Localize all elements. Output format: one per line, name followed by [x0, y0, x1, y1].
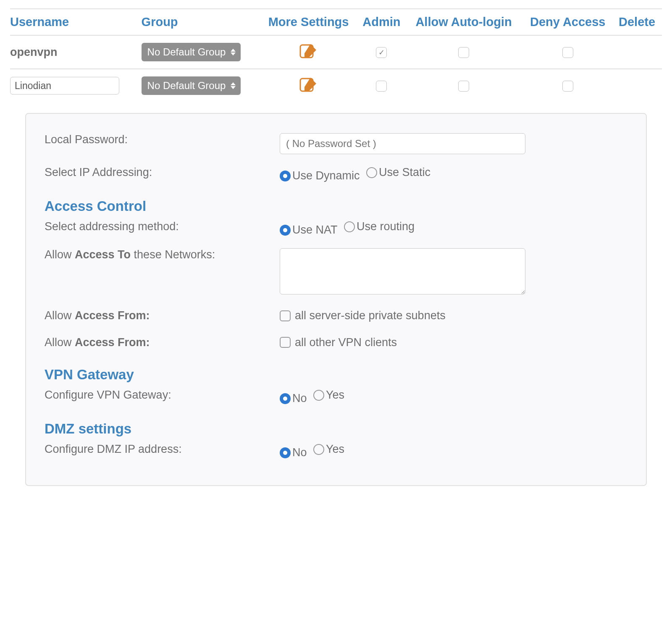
checkbox-icon: [280, 337, 291, 348]
access-from-subnets-label: Allow Access From:: [45, 309, 280, 322]
radio-selected-icon: [280, 393, 291, 404]
access-from-clients-checkbox[interactable]: all other VPN clients: [280, 336, 397, 349]
group-select[interactable]: No Default Group: [142, 43, 241, 61]
deny-access-checkbox[interactable]: [562, 47, 573, 58]
ip-static-radio[interactable]: Use Static: [366, 166, 430, 179]
vpn-gateway-yes-radio[interactable]: Yes: [313, 389, 344, 402]
vpn-gateway-heading: VPN Gateway: [45, 357, 627, 383]
group-select-label: No Default Group: [147, 46, 226, 58]
radio-unselected-icon: [313, 390, 324, 401]
group-select-label: No Default Group: [147, 80, 226, 92]
radio-selected-icon: [280, 447, 291, 458]
updown-caret-icon: [231, 49, 236, 55]
dmz-no-radio[interactable]: No: [280, 446, 307, 459]
edit-icon[interactable]: [299, 42, 319, 59]
local-password-label: Local Password:: [45, 133, 280, 146]
access-from-subnets-checkbox[interactable]: all server-side private subnets: [280, 309, 446, 322]
radio-unselected-icon: [366, 167, 377, 178]
users-table: Username Group More Settings Admin Allow…: [10, 8, 662, 102]
col-more-settings: More Settings: [261, 9, 359, 35]
access-to-networks-textarea[interactable]: [280, 248, 525, 294]
radio-selected-icon: [280, 225, 291, 236]
ip-dynamic-radio[interactable]: Use Dynamic: [280, 169, 360, 182]
access-control-heading: Access Control: [45, 188, 627, 214]
ip-addressing-label: Select IP Addressing:: [45, 166, 280, 179]
col-deny-access: Deny Access: [523, 9, 615, 35]
use-routing-radio[interactable]: Use routing: [344, 220, 415, 233]
edit-icon[interactable]: [299, 76, 319, 93]
auto-login-checkbox[interactable]: [458, 81, 469, 92]
dmz-yes-radio[interactable]: Yes: [313, 443, 344, 456]
checkbox-icon: [280, 310, 291, 321]
access-from-clients-label: Allow Access From:: [45, 336, 280, 349]
col-delete: Delete: [615, 9, 662, 35]
radio-selected-icon: [280, 171, 291, 181]
username-input[interactable]: [10, 77, 119, 95]
local-password-input[interactable]: [280, 133, 525, 154]
deny-access-checkbox[interactable]: [562, 81, 573, 92]
vpn-gateway-no-radio[interactable]: No: [280, 392, 307, 405]
username-label: openvpn: [10, 46, 58, 58]
vpn-gateway-label: Configure VPN Gateway:: [45, 389, 280, 402]
dmz-heading: DMZ settings: [45, 411, 627, 437]
col-group: Group: [142, 9, 262, 35]
radio-unselected-icon: [313, 444, 324, 455]
table-row: openvpn No Default Group: [10, 35, 662, 69]
col-admin: Admin: [359, 9, 407, 35]
table-row: No Default Group: [10, 69, 662, 102]
user-detail-panel: Local Password: Select IP Addressing: Us…: [25, 113, 647, 486]
auto-login-checkbox[interactable]: [458, 47, 469, 58]
col-auto-login: Allow Auto-login: [407, 9, 524, 35]
dmz-label: Configure DMZ IP address:: [45, 443, 280, 456]
group-select[interactable]: No Default Group: [142, 76, 241, 95]
admin-checkbox[interactable]: [376, 81, 387, 92]
radio-unselected-icon: [344, 221, 355, 232]
access-to-label: Allow Access To these Networks:: [45, 248, 280, 261]
admin-checkbox[interactable]: [376, 47, 387, 58]
use-nat-radio[interactable]: Use NAT: [280, 223, 338, 236]
updown-caret-icon: [231, 82, 236, 89]
addressing-method-label: Select addressing method:: [45, 220, 280, 233]
col-username: Username: [10, 9, 142, 35]
